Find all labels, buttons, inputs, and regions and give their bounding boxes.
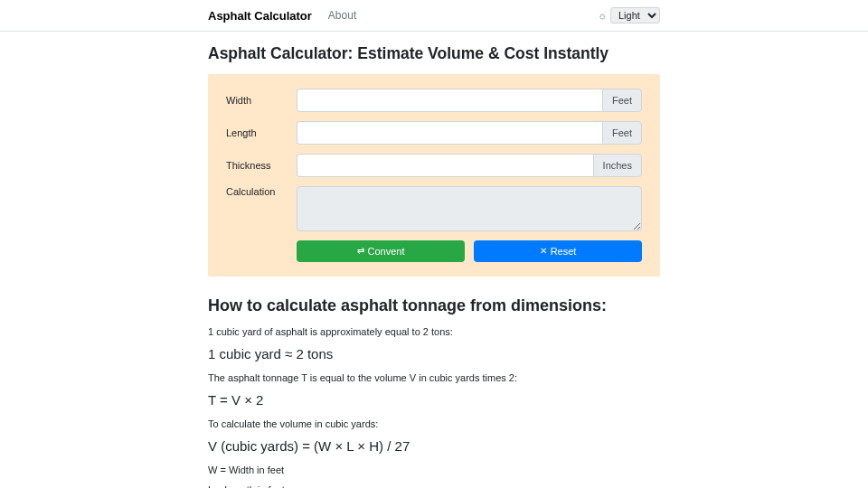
unit-width: Feet <box>602 89 642 112</box>
button-row: ⇄ Convent ✕ Reset <box>297 240 642 262</box>
input-length[interactable] <box>297 121 602 145</box>
sun-icon: ☼ <box>598 10 607 21</box>
explain-f1: 1 cubic yard ≈ 2 tons <box>208 346 660 361</box>
unit-length: Feet <box>602 121 642 145</box>
page-title: Asphalt Calculator: Estimate Volume & Co… <box>208 44 660 63</box>
row-calculation: Calculation <box>226 186 642 231</box>
convert-button-label: Convent <box>368 246 405 257</box>
textarea-calculation[interactable] <box>297 186 642 231</box>
label-calculation: Calculation <box>226 186 297 197</box>
nav-right: ☼ Light <box>598 7 660 23</box>
explain-p3: To calculate the volume in cubic yards: <box>208 418 660 429</box>
navbar: Asphalt Calculator About ☼ Light <box>0 0 868 32</box>
swap-icon: ⇄ <box>357 247 364 256</box>
label-width: Width <box>226 95 297 106</box>
explain-p1: 1 cubic yard of asphalt is approximately… <box>208 326 660 337</box>
reset-button[interactable]: ✕ Reset <box>474 240 642 262</box>
explain-p4: W = Width in feet <box>208 465 660 475</box>
row-length: Length Feet <box>226 121 642 145</box>
theme-select[interactable]: Light <box>610 7 660 23</box>
calculator-panel: Width Feet Length Feet Thickness Inches … <box>208 74 660 277</box>
input-thickness[interactable] <box>297 154 593 177</box>
main-container: Asphalt Calculator: Estimate Volume & Co… <box>199 44 669 488</box>
nav-left: Asphalt Calculator About <box>208 9 356 23</box>
brand[interactable]: Asphalt Calculator <box>208 9 312 23</box>
explain-heading: How to calculate asphalt tonnage from di… <box>208 296 660 315</box>
explain-f2: T = V × 2 <box>208 392 660 408</box>
explain-f3: V (cubic yards) = (W × L × H) / 27 <box>208 438 660 454</box>
nav-link-about[interactable]: About <box>328 9 356 22</box>
label-length: Length <box>226 127 297 138</box>
input-width[interactable] <box>297 89 602 112</box>
convert-button[interactable]: ⇄ Convent <box>297 240 465 262</box>
row-width: Width Feet <box>226 89 642 112</box>
explain-p2: The asphalt tonnage T is equal to the vo… <box>208 372 660 383</box>
label-thickness: Thickness <box>226 160 297 171</box>
unit-thickness: Inches <box>593 154 642 177</box>
explain-p5: L = Length in feet <box>208 484 660 488</box>
row-thickness: Thickness Inches <box>226 154 642 177</box>
close-icon: ✕ <box>540 247 547 256</box>
reset-button-label: Reset <box>551 246 577 257</box>
